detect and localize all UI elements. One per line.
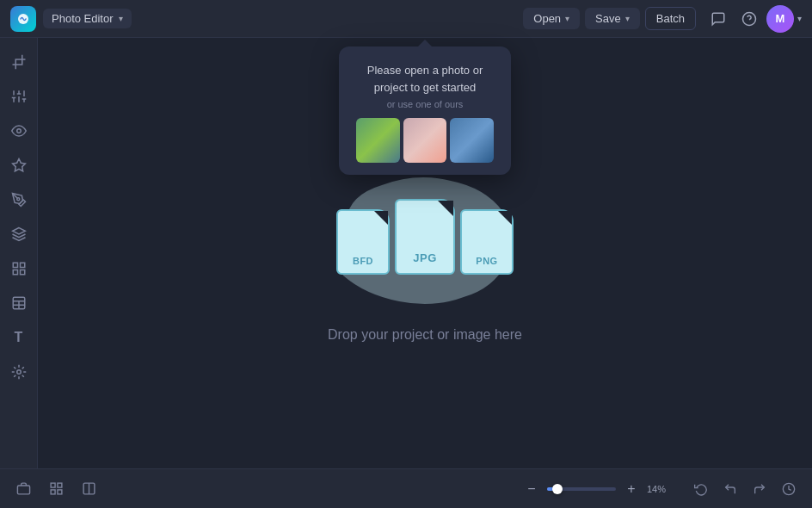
- blob-illustration: BFD JPG PNG: [322, 164, 528, 310]
- layer-stack-icon[interactable]: [10, 476, 36, 502]
- app-title-button[interactable]: Photo Editor ▾: [43, 9, 132, 28]
- clock-icon[interactable]: [776, 476, 802, 502]
- main-layout: T Please open a photo or project to get …: [0, 38, 812, 468]
- popup-title: Please open a photo or project to get st…: [356, 62, 494, 96]
- bottombar-right-icons: [688, 476, 802, 502]
- svg-rect-27: [51, 490, 55, 494]
- text-symbol: T: [15, 330, 23, 345]
- sidebar-effects-icon[interactable]: [3, 150, 34, 181]
- zoom-percent: 14%: [647, 484, 673, 494]
- avatar-chevron[interactable]: ▾: [797, 14, 802, 23]
- file-bfd-label: BFD: [353, 256, 373, 266]
- save-button[interactable]: Save ▾: [585, 8, 640, 29]
- zoom-thumb: [552, 484, 563, 494]
- open-button[interactable]: Open ▾: [523, 8, 580, 29]
- sidebar-text-icon[interactable]: T: [3, 322, 34, 353]
- sidebar-layers-icon[interactable]: [3, 219, 34, 250]
- sample-image-1[interactable]: [356, 118, 400, 163]
- sidebar-elements-icon[interactable]: [3, 253, 34, 284]
- zoom-in-button[interactable]: +: [621, 479, 642, 499]
- svg-rect-16: [20, 263, 24, 267]
- svg-rect-18: [13, 270, 17, 275]
- avatar-button[interactable]: M: [766, 5, 794, 33]
- undo-icon[interactable]: [717, 476, 743, 502]
- svg-rect-28: [57, 490, 61, 494]
- getting-started-popup: Please open a photo or project to get st…: [339, 46, 511, 175]
- popup-thumbnails: [356, 118, 494, 163]
- sidebar: T: [0, 38, 38, 468]
- drop-zone[interactable]: BFD JPG PNG Drop your pro: [322, 164, 528, 343]
- sidebar-plugin-icon[interactable]: [3, 356, 34, 387]
- compare-icon[interactable]: [76, 476, 102, 502]
- bottombar: − + 14%: [0, 468, 812, 508]
- svg-rect-24: [17, 486, 29, 494]
- svg-rect-25: [51, 483, 55, 487]
- sidebar-adjust-icon[interactable]: [3, 81, 34, 112]
- sample-image-2[interactable]: [403, 118, 447, 163]
- open-label: Open: [533, 12, 561, 25]
- svg-marker-14: [12, 228, 25, 235]
- drop-zone-text: Drop your project or image here: [328, 327, 522, 343]
- avatar-label: M: [776, 12, 785, 25]
- zoom-controls: − + 14%: [521, 479, 673, 499]
- help-button[interactable]: [735, 5, 763, 33]
- chat-button[interactable]: [704, 5, 732, 33]
- svg-rect-26: [57, 483, 61, 487]
- sidebar-brush-icon[interactable]: [3, 184, 34, 215]
- file-png: PNG: [460, 209, 514, 275]
- refresh-icon[interactable]: [688, 476, 714, 502]
- redo-icon[interactable]: [747, 476, 772, 502]
- history-icon[interactable]: [43, 476, 69, 502]
- svg-point-11: [16, 129, 21, 133]
- topbar-actions: Open ▾ Save ▾ Batch: [523, 7, 696, 30]
- file-icons: BFD JPG PNG: [336, 199, 514, 275]
- save-chevron: ▾: [625, 14, 630, 23]
- sidebar-crop-icon[interactable]: [3, 46, 34, 77]
- batch-label: Batch: [656, 12, 685, 25]
- file-jpg: JPG: [395, 199, 455, 275]
- file-jpg-label: JPG: [413, 251, 437, 264]
- topbar-icon-group: M ▾: [704, 5, 802, 33]
- file-bfd: BFD: [336, 209, 390, 275]
- file-png-label: PNG: [476, 256, 497, 266]
- topbar: Photo Editor ▾ Open ▾ Save ▾ Batch: [0, 0, 812, 38]
- sample-image-3[interactable]: [450, 118, 494, 163]
- canvas-area[interactable]: Please open a photo or project to get st…: [38, 38, 812, 468]
- zoom-out-button[interactable]: −: [521, 479, 542, 499]
- sidebar-eye-icon[interactable]: [3, 115, 34, 146]
- svg-rect-15: [13, 263, 17, 267]
- svg-rect-17: [20, 270, 24, 275]
- app-title-label: Photo Editor: [52, 12, 114, 25]
- svg-point-23: [16, 370, 21, 375]
- popup-subtitle: or use one of ours: [356, 99, 494, 109]
- app-title-chevron: ▾: [119, 14, 123, 23]
- svg-point-13: [16, 198, 19, 201]
- zoom-slider[interactable]: [547, 487, 616, 491]
- save-label: Save: [595, 12, 621, 25]
- svg-marker-12: [12, 159, 25, 171]
- app-logo: [10, 6, 36, 32]
- sidebar-template-icon[interactable]: [3, 288, 34, 319]
- open-chevron: ▾: [565, 14, 569, 23]
- batch-button[interactable]: Batch: [645, 7, 696, 30]
